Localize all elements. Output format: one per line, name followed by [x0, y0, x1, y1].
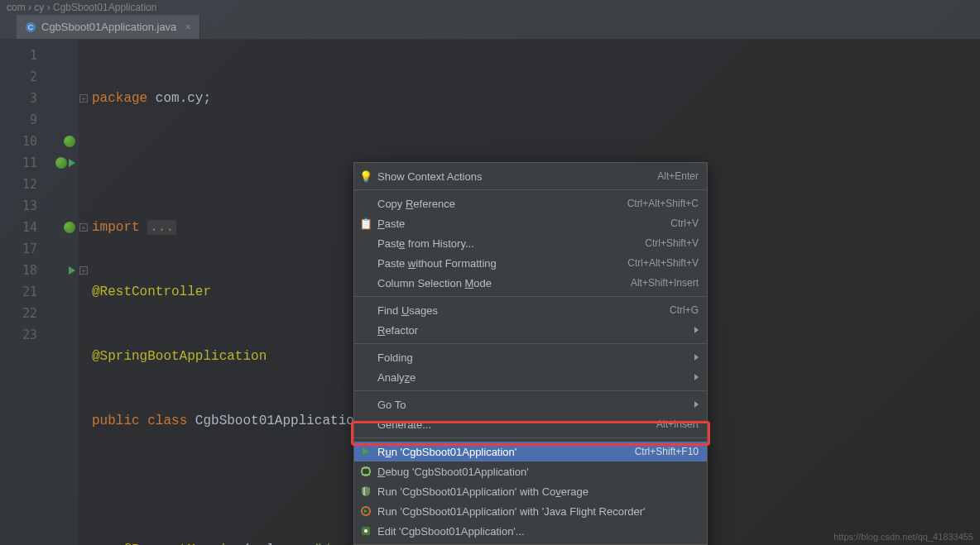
run-gutter-icon[interactable]: [69, 266, 75, 275]
tab-label: CgbSboot01Application.java: [41, 21, 176, 33]
gutter-line: 10: [0, 131, 79, 152]
menu-paste[interactable]: 📋 PasteCtrl+V: [354, 213, 707, 233]
menu-refactor[interactable]: Refactor: [354, 320, 707, 340]
gutter-line: 17: [0, 238, 79, 260]
menu-folding[interactable]: Folding: [354, 347, 707, 367]
menu-analyze[interactable]: Analyze: [354, 367, 707, 387]
watermark: https://blog.csdn.net/qq_41833455: [833, 532, 973, 542]
svg-text:C: C: [28, 23, 34, 31]
clipboard-icon: 📋: [359, 217, 372, 230]
debug-icon: [359, 465, 372, 478]
menu-paste-history[interactable]: Paste from History...Ctrl+Shift+V: [354, 233, 707, 253]
spring-boot-icon: [64, 136, 75, 147]
gutter-line: 12: [0, 174, 79, 195]
menu-separator: [354, 437, 707, 438]
submenu-arrow-icon: [694, 401, 699, 408]
gutter-line: 13: [0, 195, 79, 217]
gutter-line: 23: [0, 324, 79, 346]
menu-separator: [354, 296, 707, 297]
gutter-line: 22: [0, 303, 79, 324]
menu-show-context-actions[interactable]: 💡 Show Context ActionsAlt+Enter: [354, 166, 707, 186]
svg-point-7: [364, 529, 368, 533]
submenu-arrow-icon: [694, 327, 699, 333]
gutter-line: 18+: [0, 260, 79, 281]
gutter: 1 2 3+ 9 10 11 12 13 14+ 17 18+ 21 22 23: [0, 40, 79, 545]
gutter-line: 14+: [0, 217, 79, 238]
editor-tabbar: C CgbSboot01Application.java ×: [0, 15, 980, 40]
menu-goto[interactable]: Go To: [354, 394, 707, 414]
spring-boot-icon: [55, 157, 67, 169]
close-icon[interactable]: ×: [185, 21, 191, 33]
menu-separator: [354, 189, 707, 190]
menu-column-selection[interactable]: Column Selection ModeAlt+Shift+Insert: [354, 273, 707, 293]
tab-file[interactable]: C CgbSboot01Application.java ×: [17, 15, 200, 39]
breadcrumb: com › cy › CgbSboot01Application: [0, 0, 980, 15]
bulb-icon: 💡: [359, 170, 372, 183]
submenu-arrow-icon: [694, 354, 699, 361]
gutter-line: 3+: [0, 88, 79, 109]
menu-find-usages[interactable]: Find UsagesCtrl+G: [354, 300, 707, 320]
menu-run-coverage[interactable]: Run 'CgbSboot01Application' with Coverag…: [354, 481, 707, 501]
menu-generate[interactable]: Generate...Alt+Insert: [354, 414, 707, 434]
menu-run-jfr[interactable]: Run 'CgbSboot01Application' with 'Java F…: [354, 501, 707, 521]
menu-edit-config[interactable]: Edit 'CgbSboot01Application'...: [354, 521, 707, 541]
menu-separator: [354, 390, 707, 391]
run-gutter-icon[interactable]: [69, 159, 75, 167]
menu-debug[interactable]: Debug 'CgbSboot01Application': [354, 461, 707, 481]
gutter-line: 1: [0, 45, 79, 66]
spring-boot-icon: [64, 222, 75, 233]
menu-run[interactable]: Run 'CgbSboot01Application'Ctrl+Shift+F1…: [354, 442, 707, 461]
menu-copy-reference[interactable]: Copy ReferenceCtrl+Alt+Shift+C: [354, 194, 707, 213]
run-icon: [359, 445, 372, 458]
gutter-line: 11: [0, 152, 79, 174]
menu-separator: [354, 343, 707, 344]
gutter-line: 21: [0, 281, 79, 303]
gutter-line: 2: [0, 66, 79, 88]
jfr-icon: [359, 504, 372, 518]
edit-config-icon: [359, 524, 372, 538]
coverage-icon: [359, 485, 372, 498]
menu-paste-no-format[interactable]: Paste without FormattingCtrl+Alt+Shift+V: [354, 253, 707, 273]
java-class-icon: C: [25, 22, 36, 33]
context-menu: 💡 Show Context ActionsAlt+Enter Copy Ref…: [353, 162, 708, 545]
submenu-arrow-icon: [694, 374, 699, 380]
gutter-line: 9: [0, 109, 79, 131]
